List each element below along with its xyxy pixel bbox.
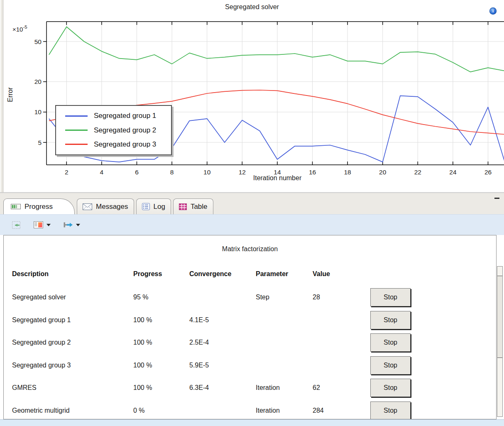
row-progress: 100 % <box>133 316 152 324</box>
tab-progress[interactable]: Progress <box>3 198 75 214</box>
col-value: Value <box>313 270 330 278</box>
vertical-scrollbar[interactable] <box>497 266 503 417</box>
legend-item: Segregated group 2 <box>65 126 171 135</box>
legend-line-swatch-green <box>65 130 88 131</box>
svg-text:10: 10 <box>203 169 211 176</box>
tab-label: Table <box>191 203 208 211</box>
legend-label: Segregated group 3 <box>94 140 156 149</box>
row-value: 284 <box>313 407 324 414</box>
convergence-plot: 24681012141618202224265102050×10-5Iterat… <box>0 0 504 191</box>
row-value: 28 <box>313 294 320 301</box>
tab-label: Messages <box>96 203 128 211</box>
stop-button[interactable]: Stop <box>370 333 411 352</box>
dropdown-caret-icon[interactable] <box>76 224 80 226</box>
svg-text:50: 50 <box>34 38 42 45</box>
messages-icon <box>83 203 92 210</box>
row-progress: 95 % <box>133 294 148 301</box>
chart-title: Segregated solver <box>0 3 504 11</box>
svg-text:22: 22 <box>414 169 421 176</box>
svg-text:2: 2 <box>65 169 69 176</box>
stop-button[interactable]: Stop <box>370 356 411 375</box>
solver-heading: Matrix factorization <box>4 245 496 253</box>
row-convergence: 6.3E-4 <box>189 384 209 392</box>
legend-line-swatch-red <box>65 144 88 145</box>
col-progress: Progress <box>133 270 162 278</box>
row-convergence: 2.5E-4 <box>189 339 209 346</box>
plot-window-icon <box>34 221 44 228</box>
table-row: GMRES 100 % 6.3E-4 Iteration 62 Stop <box>4 377 496 399</box>
svg-text:20: 20 <box>379 169 387 176</box>
svg-text:16: 16 <box>309 169 316 176</box>
svg-text:5: 5 <box>38 139 42 146</box>
progress-view-panel: Progress Messages Log <box>0 192 504 426</box>
svg-text:20: 20 <box>34 78 42 85</box>
row-parameter: Step <box>256 294 269 301</box>
collapse-all-icon <box>11 221 21 229</box>
view-toolbar <box>0 214 504 235</box>
stop-button[interactable]: Stop <box>370 402 411 420</box>
row-progress: 100 % <box>133 339 152 346</box>
bottom-strip <box>0 419 504 426</box>
table-row: Segregated group 1 100 % 4.1E-5 Stop <box>4 309 496 332</box>
log-icon <box>142 203 150 210</box>
collapse-all-button[interactable] <box>11 221 21 229</box>
svg-text:8: 8 <box>170 169 174 176</box>
progress-content: Matrix factorization Description Progres… <box>3 235 497 419</box>
legend-item: Segregated group 3 <box>65 140 171 149</box>
col-convergence: Convergence <box>189 270 231 278</box>
svg-text:24: 24 <box>449 169 457 176</box>
row-description: Segregated group 2 <box>12 339 71 346</box>
svg-text:18: 18 <box>344 169 351 176</box>
solver-plot-settings-button[interactable] <box>34 221 51 228</box>
col-parameter: Parameter <box>256 270 288 278</box>
svg-text:12: 12 <box>239 169 246 176</box>
row-description: GMRES <box>12 384 37 392</box>
tab-label: Progress <box>24 203 53 211</box>
row-progress: 100 % <box>133 384 152 392</box>
table-icon <box>179 203 187 210</box>
move-next-button[interactable] <box>63 222 80 228</box>
row-description: Segregated group 1 <box>12 316 71 324</box>
tab-table[interactable]: Table <box>173 198 213 214</box>
stop-button[interactable]: Stop <box>370 288 411 306</box>
dropdown-caret-icon[interactable] <box>46 224 51 226</box>
table-header: Description Progress Convergence Paramet… <box>4 270 496 279</box>
chart-panel: 24681012141618202224265102050×10-5Iterat… <box>0 0 504 192</box>
row-convergence: 4.1E-5 <box>189 316 209 324</box>
info-icon[interactable]: i <box>489 7 497 15</box>
svg-text:4: 4 <box>100 169 104 176</box>
svg-text:26: 26 <box>484 169 492 176</box>
col-description: Description <box>12 270 49 278</box>
row-value: 62 <box>313 384 320 392</box>
svg-text:Iteration number: Iteration number <box>253 174 302 181</box>
step-arrow-icon <box>63 222 73 228</box>
minimize-icon[interactable] <box>493 197 501 203</box>
legend-label: Segregated group 2 <box>94 126 156 135</box>
table-row: Geometric multigrid 0 % Iteration 284 St… <box>4 399 496 420</box>
svg-text:10: 10 <box>34 108 42 115</box>
row-progress: 0 % <box>133 407 145 414</box>
row-description: Geometric multigrid <box>12 407 70 414</box>
stop-button[interactable]: Stop <box>370 379 411 397</box>
table-row: Segregated group 2 100 % 2.5E-4 Stop <box>4 331 496 354</box>
row-parameter: Iteration <box>256 384 280 392</box>
tab-log[interactable]: Log <box>136 198 171 214</box>
legend-line-swatch-blue <box>65 115 88 117</box>
svg-text:Error: Error <box>7 87 14 102</box>
table-row: Segregated solver 95 % Step 28 Stop <box>4 286 496 309</box>
scrollbar-thumb[interactable] <box>497 276 502 358</box>
stop-button[interactable]: Stop <box>370 311 411 329</box>
row-parameter: Iteration <box>256 407 280 414</box>
view-tabbar: Progress Messages Log <box>0 193 504 214</box>
row-progress: 100 % <box>133 362 152 369</box>
tab-label: Log <box>154 203 165 211</box>
legend-item: Segregated group 1 <box>65 112 171 120</box>
row-description: Segregated group 3 <box>12 362 71 369</box>
window-edge <box>0 0 3 193</box>
progress-icon <box>11 204 21 209</box>
table-row: Segregated group 3 100 % 5.9E-5 Stop <box>4 354 496 377</box>
chart-legend: Segregated group 1 Segregated group 2 Se… <box>55 105 172 155</box>
row-description: Segregated solver <box>12 294 66 301</box>
table-body: Segregated solver 95 % Step 28 Stop Segr… <box>4 286 496 419</box>
tab-messages[interactable]: Messages <box>77 198 134 214</box>
